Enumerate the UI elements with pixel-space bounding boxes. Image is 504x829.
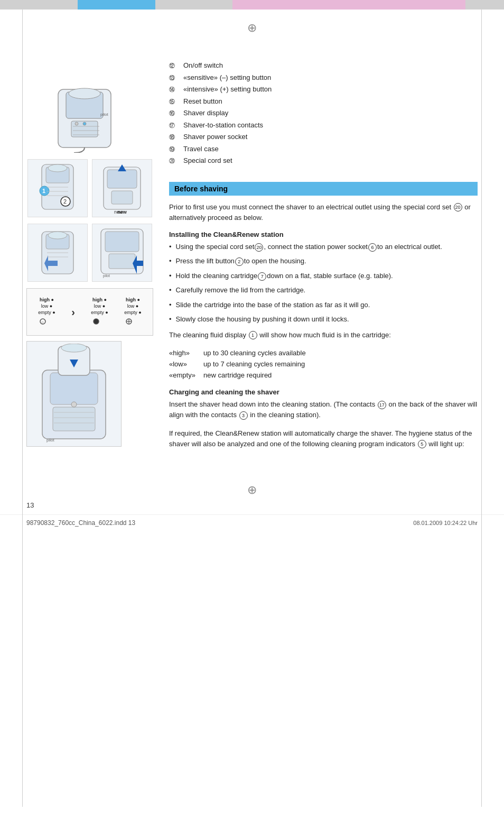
svg-rect-33 <box>109 254 135 269</box>
fluid-low-2: low ● <box>94 303 105 309</box>
list-item: ⑰ Shaver-to-station contacts <box>169 120 478 131</box>
new-label: new <box>92 209 152 215</box>
footer-left: 98790832_760cc_China_6022.indd 13 <box>26 519 135 527</box>
svg-rect-32 <box>105 232 139 252</box>
fluid-level-indicators: high ● low ● empty ● ○ › high ● low ● em… <box>26 288 153 336</box>
svg-point-7 <box>75 122 78 125</box>
fluid-col-1: high ● low ● empty ● ○ <box>38 297 55 327</box>
install-bullet-2: Press the lift button 2 to open the hous… <box>169 256 478 266</box>
list-item: ⑱ Shaver power socket <box>169 132 478 142</box>
install-bullet-3: Hold the cleaning cartridge 7 down on a … <box>169 271 478 281</box>
list-item: ⑳ Special cord set <box>169 155 478 166</box>
install-bullet-1: Using the special cord set 20, connect t… <box>169 242 478 252</box>
svg-rect-43 <box>50 373 98 404</box>
station-svg: pilot <box>26 84 143 153</box>
illus-left-shaver-2 <box>27 224 88 282</box>
install-bullet-5: Slide the cartridge into the base of the… <box>169 300 478 310</box>
left-column: pilot 1 2 <box>26 58 164 457</box>
fluid-low-1: low ● <box>41 303 52 309</box>
fluid-high-1: high ● <box>40 297 54 302</box>
list-item: ⑮ Reset button <box>169 96 478 107</box>
list-item: ⑬ «sensitive» (–) setting button <box>169 72 478 83</box>
svg-point-12 <box>48 164 67 172</box>
svg-rect-44 <box>53 407 95 431</box>
svg-rect-22 <box>111 191 133 204</box>
section-header-before-shaving: Before shaving <box>169 182 478 196</box>
right-column: ⑫ On/off switch ⑬ «sensitive» (–) settin… <box>164 58 478 457</box>
fluid-low-3: low ● <box>127 303 138 309</box>
svg-point-3 <box>69 88 100 99</box>
list-item: ⑫ On/off switch <box>169 60 478 71</box>
svg-rect-21 <box>107 170 137 188</box>
shaver-power-socket-item: Shaver power socket <box>183 132 247 142</box>
compass-symbol-bottom: ⊕ <box>0 483 504 497</box>
fluid-row-high: «high» up to 30 cleaning cycles availabl… <box>169 348 478 359</box>
compass-symbol-top: ⊕ <box>0 15 504 39</box>
charging-title: Charging and cleaning the shaver <box>169 388 478 396</box>
bar-seg-3 <box>78 0 116 10</box>
bar-seg-4 <box>116 0 155 10</box>
fluid-row-low: «low» up to 7 cleaning cycles remaining <box>169 359 478 370</box>
install-bullet-6: Slowly close the housing by pushing it d… <box>169 314 478 325</box>
svg-text:pilot: pilot <box>100 112 108 117</box>
bar-seg-12 <box>426 0 465 10</box>
bar-seg-13 <box>465 0 504 10</box>
footer: 98790832_760cc_China_6022.indd 13 08.01.… <box>0 514 504 531</box>
bar-seg-9 <box>310 0 349 10</box>
svg-text:pilot: pilot <box>46 438 54 443</box>
fluid-table: «high» up to 30 cleaning cycles availabl… <box>169 348 478 381</box>
fluid-high-2: high ● <box>92 297 107 302</box>
fluid-empty-2: empty ● <box>91 310 108 315</box>
fluid-row-empty: «empty» new cartridge required <box>169 370 478 381</box>
fluid-arrow: › <box>71 306 75 318</box>
svg-text:pilot: pilot <box>103 274 110 278</box>
bar-seg-7 <box>232 0 271 10</box>
bar-seg-11 <box>388 0 426 10</box>
bar-seg-6 <box>194 0 232 10</box>
top-color-bar <box>0 0 504 10</box>
intro-paragraph: Prior to first use you must connect the … <box>169 202 478 223</box>
illus-right-station: new new <box>92 159 152 217</box>
svg-text:2: 2 <box>63 198 67 205</box>
bar-seg-8 <box>272 0 310 10</box>
fluid-col-2: high ● low ● empty ● <box>91 297 108 327</box>
bar-seg-5 <box>155 0 194 10</box>
list-item: ⑭ «intensive» (+) setting button <box>169 84 478 95</box>
fluid-col-3: high ● low ● empty ● <box>124 297 141 327</box>
bar-seg-1 <box>0 0 39 10</box>
fluid-display-para: The cleaning fluid display 1 will show h… <box>169 330 478 340</box>
item-list: ⑫ On/off switch ⑬ «sensitive» (–) settin… <box>169 60 478 166</box>
svg-point-38 <box>94 319 99 324</box>
svg-text:○: ○ <box>41 320 44 325</box>
svg-point-50 <box>61 344 87 352</box>
svg-text:1: 1 <box>42 188 45 194</box>
illustration-shaver-station-bottom: pilot <box>26 341 122 447</box>
bar-seg-2 <box>39 0 77 10</box>
install-bullets: Using the special cord set 20, connect t… <box>169 242 478 325</box>
illustration-station-top: pilot <box>26 84 153 158</box>
charging-para-2: If required, the Clean&Renew station wil… <box>169 428 478 449</box>
fluid-empty-3: empty ● <box>124 310 141 315</box>
illus-left-shaver: 1 2 <box>27 159 88 217</box>
fluid-high-3: high ● <box>126 297 140 302</box>
list-item: ⑯ Shaver display <box>169 108 478 118</box>
svg-point-27 <box>48 232 67 239</box>
main-content: pilot 1 2 <box>0 47 504 478</box>
install-bullet-4: Carefully remove the lid from the cartri… <box>169 285 478 296</box>
fluid-empty-1: empty ● <box>38 310 55 315</box>
page-border-right <box>481 10 482 807</box>
bar-seg-10 <box>349 0 388 10</box>
illustration-pair-1: 1 2 new ne <box>26 158 153 218</box>
page-border-left <box>22 10 23 807</box>
illus-right-station-2: pilot <box>92 224 152 282</box>
page-number: 13 <box>26 501 504 509</box>
footer-right: 08.01.2009 10:24:22 Uhr <box>413 520 478 526</box>
svg-point-48 <box>71 402 77 407</box>
svg-point-8 <box>83 122 86 125</box>
illustration-pair-2: pilot <box>26 223 153 283</box>
list-item: ⑲ Travel case <box>169 144 478 154</box>
charging-para-1: Insert the shaver head down into the cle… <box>169 399 478 420</box>
install-title: Installing the Clean&Renew station <box>169 231 478 238</box>
